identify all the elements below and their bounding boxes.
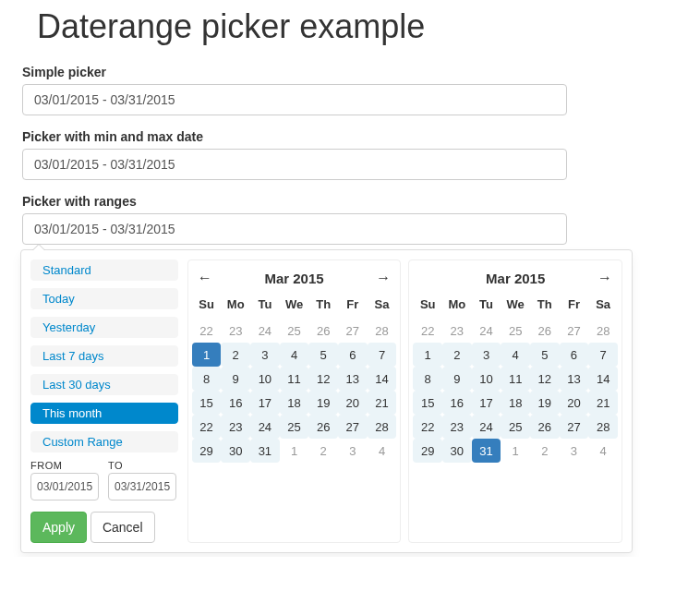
calendar-day[interactable]: 20 <box>560 391 589 415</box>
calendar-day[interactable]: 16 <box>221 391 250 415</box>
calendar-day[interactable]: 10 <box>472 367 501 391</box>
calendar-day: 28 <box>368 319 397 343</box>
calendar-day[interactable]: 11 <box>501 367 530 391</box>
prev-month-icon[interactable]: ← <box>196 270 214 286</box>
calendar-day[interactable]: 15 <box>192 391 222 415</box>
calendar-day[interactable]: 12 <box>530 367 560 391</box>
calendar-day[interactable]: 9 <box>221 367 250 391</box>
preset-last-30-days[interactable]: Last 30 days <box>30 374 178 395</box>
preset-custom-range[interactable]: Custom Range <box>30 431 178 452</box>
dow-header: Fr <box>560 292 589 319</box>
calendar-day[interactable]: 5 <box>308 343 338 367</box>
calendar-day[interactable]: 30 <box>442 439 472 463</box>
calendar-day[interactable]: 9 <box>442 367 472 391</box>
calendar-day[interactable]: 18 <box>501 391 530 415</box>
calendar-day[interactable]: 25 <box>501 415 530 439</box>
calendar-day[interactable]: 4 <box>501 343 530 367</box>
calendar-day[interactable]: 1 <box>192 343 222 367</box>
calendar-day[interactable]: 21 <box>588 391 618 415</box>
calendar-day[interactable]: 16 <box>442 391 472 415</box>
calendar-day[interactable]: 2 <box>442 343 472 367</box>
calendar-day[interactable]: 17 <box>472 391 501 415</box>
calendar-day[interactable]: 6 <box>560 343 589 367</box>
calendar-day[interactable]: 31 <box>250 439 280 463</box>
preset-this-month[interactable]: This month <box>30 403 178 424</box>
preset-today[interactable]: Today <box>30 288 178 309</box>
calendar-day[interactable]: 31 <box>472 439 501 463</box>
calendar-day[interactable]: 15 <box>413 391 442 415</box>
preset-ranges: StandardTodayYesterdayLast 7 daysLast 30… <box>30 259 178 543</box>
from-input[interactable] <box>30 473 99 500</box>
calendar-day[interactable]: 22 <box>413 415 442 439</box>
calendar-day[interactable]: 23 <box>442 415 472 439</box>
calendar-day[interactable]: 4 <box>280 343 309 367</box>
preset-yesterday[interactable]: Yesterday <box>30 317 178 338</box>
calendar-day: 3 <box>560 439 589 463</box>
minmax-picker-input[interactable] <box>22 149 567 180</box>
calendar-day[interactable]: 2 <box>221 343 250 367</box>
calendar-day: 23 <box>442 319 472 343</box>
calendar-day[interactable]: 14 <box>368 367 397 391</box>
next-month-icon[interactable]: → <box>374 270 392 286</box>
calendar-day[interactable]: 30 <box>221 439 250 463</box>
dow-header: Su <box>413 292 442 319</box>
calendar-day[interactable]: 24 <box>250 415 280 439</box>
calendar-day[interactable]: 26 <box>530 415 560 439</box>
simple-picker-input[interactable] <box>22 84 567 115</box>
calendar-day[interactable]: 13 <box>560 367 589 391</box>
calendar-day: 4 <box>368 439 397 463</box>
calendar-day: 22 <box>192 319 222 343</box>
daterangepicker-dropdown: StandardTodayYesterdayLast 7 daysLast 30… <box>20 249 633 553</box>
dow-header: Tu <box>250 292 280 319</box>
calendar-day: 28 <box>588 319 618 343</box>
calendar-day: 25 <box>280 319 309 343</box>
calendar-day[interactable]: 6 <box>338 343 368 367</box>
calendar-day[interactable]: 5 <box>530 343 560 367</box>
ranges-picker-input[interactable] <box>22 213 567 245</box>
calendar-day[interactable]: 22 <box>192 415 222 439</box>
calendar-day[interactable]: 28 <box>588 415 618 439</box>
calendar-day[interactable]: 17 <box>250 391 280 415</box>
calendar-day[interactable]: 20 <box>338 391 368 415</box>
next-month-icon[interactable]: → <box>596 270 614 286</box>
calendar-day[interactable]: 27 <box>560 415 589 439</box>
calendar-day[interactable]: 8 <box>413 367 442 391</box>
calendar-day[interactable]: 24 <box>472 415 501 439</box>
calendar-day[interactable]: 27 <box>338 415 368 439</box>
dow-header: Su <box>192 292 222 319</box>
calendar-day[interactable]: 8 <box>192 367 222 391</box>
dow-header: Mo <box>221 292 250 319</box>
calendar-day[interactable]: 23 <box>221 415 250 439</box>
calendar-day: 1 <box>501 439 530 463</box>
calendar-day[interactable]: 7 <box>588 343 618 367</box>
calendar-day[interactable]: 1 <box>413 343 442 367</box>
calendar-day[interactable]: 3 <box>250 343 280 367</box>
calendar-day: 27 <box>560 319 589 343</box>
calendar-day: 22 <box>413 319 442 343</box>
apply-button[interactable]: Apply <box>30 512 87 543</box>
calendar-day[interactable]: 13 <box>338 367 368 391</box>
dow-header: Th <box>530 292 560 319</box>
calendar-day[interactable]: 19 <box>530 391 560 415</box>
calendar-day[interactable]: 7 <box>368 343 397 367</box>
preset-standard[interactable]: Standard <box>30 259 178 281</box>
to-input[interactable] <box>108 473 176 500</box>
calendar-day[interactable]: 18 <box>280 391 309 415</box>
calendar-day[interactable]: 10 <box>250 367 280 391</box>
from-label: FROM <box>30 460 99 471</box>
simple-picker-label: Simple picker <box>22 65 682 79</box>
to-label: TO <box>108 460 176 471</box>
calendar-day[interactable]: 12 <box>308 367 338 391</box>
calendar-day[interactable]: 19 <box>308 391 338 415</box>
calendar-day[interactable]: 21 <box>368 391 397 415</box>
cancel-button[interactable]: Cancel <box>91 512 155 543</box>
calendar-day[interactable]: 25 <box>280 415 309 439</box>
calendar-day[interactable]: 28 <box>368 415 397 439</box>
calendar-day[interactable]: 14 <box>588 367 618 391</box>
calendar-day[interactable]: 3 <box>472 343 501 367</box>
calendar-day[interactable]: 29 <box>413 439 442 463</box>
calendar-day[interactable]: 26 <box>308 415 338 439</box>
calendar-day[interactable]: 11 <box>280 367 309 391</box>
preset-last-7-days[interactable]: Last 7 days <box>30 345 178 367</box>
calendar-day[interactable]: 29 <box>192 439 222 463</box>
